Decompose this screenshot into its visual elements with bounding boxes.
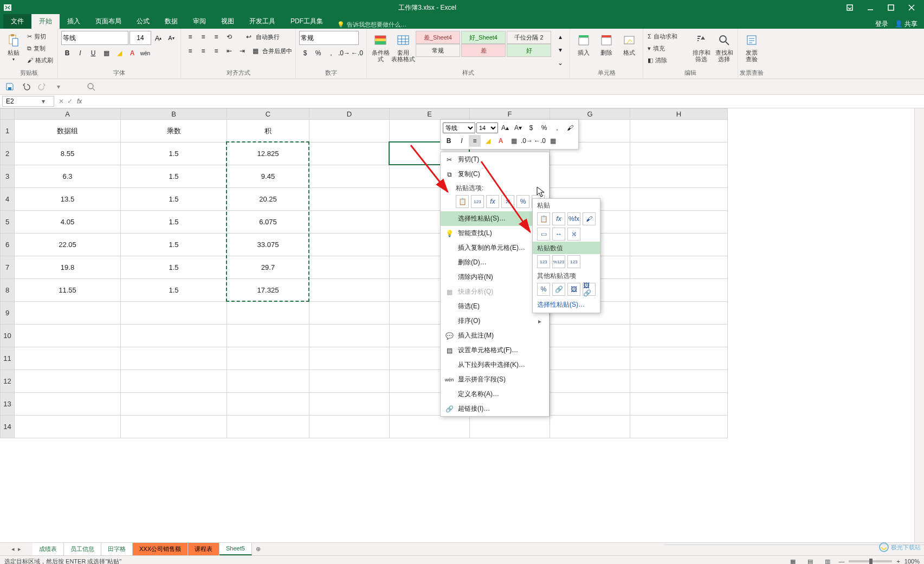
cell-B5[interactable]: 1.5	[121, 211, 227, 234]
align-bottom-button[interactable]: ≡	[210, 31, 222, 43]
cell-C6[interactable]: 33.075	[227, 234, 309, 256]
autosum-button[interactable]: Σ自动求和	[647, 31, 689, 42]
cell-B13[interactable]	[121, 393, 227, 416]
cell-D11[interactable]	[309, 347, 390, 370]
cell-B11[interactable]	[121, 347, 227, 370]
cell-styles-gallery[interactable]: 差_Sheet4 好_Sheet4 千位分隔 2 常规 差 好	[416, 31, 551, 56]
cell-A9[interactable]	[15, 302, 121, 325]
login-link[interactable]: 登录	[875, 20, 888, 29]
cell-C9[interactable]	[227, 302, 309, 325]
cell-B14[interactable]	[121, 416, 227, 438]
ctx-pick-from-list[interactable]: 从下拉列表中选择(K)…	[441, 358, 549, 372]
cell-H7[interactable]	[630, 256, 728, 279]
cell-D2[interactable]	[309, 142, 390, 165]
cell-D13[interactable]	[309, 393, 390, 416]
mini-decrease-font[interactable]: A▾	[512, 122, 524, 134]
ctx-hyperlink[interactable]: 🔗超链接(I)…	[441, 401, 549, 416]
align-right-button[interactable]: ≡	[210, 45, 222, 57]
cell-A10[interactable]	[15, 325, 121, 347]
cell-D5[interactable]	[309, 211, 390, 234]
cell-C3[interactable]: 9.45	[227, 165, 309, 188]
copy-button[interactable]: ⧉复制	[26, 43, 54, 54]
cell-C5[interactable]: 6.075	[227, 211, 309, 234]
decrease-indent-button[interactable]: ⇤	[223, 45, 235, 57]
style-normal[interactable]: 常规	[416, 44, 460, 57]
cell-F14[interactable]	[470, 416, 550, 438]
font-color-button[interactable]: A	[126, 47, 138, 59]
cell-C10[interactable]	[227, 325, 309, 347]
sub-paste-keep-col-width[interactable]: ↔	[552, 228, 565, 241]
style-bad[interactable]: 差	[461, 44, 506, 57]
cell-H1[interactable]	[630, 120, 728, 142]
cell-H6[interactable]	[630, 234, 728, 256]
ctx-copy[interactable]: ⧉复制(C)	[441, 167, 549, 181]
ctx-show-phonetic[interactable]: wén显示拼音字段(S)	[441, 372, 549, 387]
sub-paste-picture[interactable]: 🖼	[567, 283, 580, 296]
enter-formula-icon[interactable]: ✓	[67, 98, 73, 105]
decrease-font-button[interactable]: A▾	[165, 32, 177, 44]
cell-H2[interactable]	[630, 142, 728, 165]
cell-D8[interactable]	[309, 279, 390, 302]
sheet-nav-prev-icon[interactable]: ◂	[11, 546, 15, 553]
mini-decrease-decimal[interactable]: ←.0	[534, 135, 546, 147]
col-header-E[interactable]: E	[390, 109, 470, 120]
mini-font-name[interactable]: 等线	[443, 122, 475, 133]
name-box[interactable]: ▾	[2, 96, 54, 107]
underline-button[interactable]: U	[87, 47, 99, 59]
paste-option-formatting[interactable]: %	[516, 195, 529, 208]
sub-paste-formatting[interactable]: %	[537, 283, 550, 296]
sub-paste-keep-source-fmt[interactable]: 🖌	[583, 212, 596, 225]
cell-H14[interactable]	[630, 416, 728, 438]
tab-formulas[interactable]: 公式	[129, 14, 157, 29]
comma-format-button[interactable]: ,	[325, 47, 337, 59]
cell-A13[interactable]	[15, 393, 121, 416]
name-box-dropdown[interactable]: ▾	[42, 98, 45, 105]
cell-H10[interactable]	[630, 325, 728, 347]
cell-D1[interactable]	[309, 120, 390, 142]
sub-paste-formulas[interactable]: fx	[552, 212, 565, 225]
vertical-scrollbar[interactable]	[914, 108, 924, 542]
sub-paste-linked-picture[interactable]: 🖼🔗	[583, 283, 596, 296]
font-size-input[interactable]	[130, 31, 151, 45]
formula-input[interactable]	[85, 95, 924, 108]
col-header-G[interactable]: G	[550, 109, 630, 120]
cell-C12[interactable]	[227, 370, 309, 393]
sheet-tab-0[interactable]: 成绩表	[33, 543, 64, 555]
row-header-7[interactable]: 7	[1, 256, 15, 279]
cell-A1[interactable]: 数据组	[15, 120, 121, 142]
sub-paste-values[interactable]: 123	[537, 255, 550, 268]
mini-font-color[interactable]: A	[495, 135, 507, 147]
ctx-define-name[interactable]: 定义名称(A)…	[441, 387, 549, 401]
sheet-tab-4[interactable]: 课程表	[188, 543, 219, 555]
zoom-slider[interactable]	[849, 560, 892, 562]
mini-align-center[interactable]: ≡	[469, 135, 481, 147]
align-left-button[interactable]: ≡	[184, 45, 196, 57]
cell-B7[interactable]: 1.5	[121, 256, 227, 279]
qat-dropdown[interactable]: ▾	[53, 81, 64, 92]
row-header-11[interactable]: 11	[1, 347, 15, 370]
zoom-level[interactable]: 100%	[904, 558, 920, 564]
sheet-tab-2[interactable]: 田字格	[101, 543, 133, 555]
cell-D12[interactable]	[309, 370, 390, 393]
spreadsheet-grid[interactable]: ABCDEFGH1数据组乘数积28.551.512.82536.31.59.45…	[0, 108, 924, 542]
cell-A14[interactable]	[15, 416, 121, 438]
insert-cells-button[interactable]: 插入	[573, 31, 594, 69]
cancel-formula-icon[interactable]: ✕	[59, 98, 64, 105]
mini-fill-color[interactable]: ◢	[482, 135, 494, 147]
col-header-H[interactable]: H	[630, 109, 728, 120]
cell-H8[interactable]	[630, 279, 728, 302]
fill-color-button[interactable]: ◢	[113, 47, 125, 59]
gallery-scroll-down[interactable]: ▾	[554, 44, 566, 56]
gallery-expand[interactable]: ⌄	[554, 57, 566, 69]
cell-B12[interactable]	[121, 370, 227, 393]
save-button[interactable]	[4, 81, 15, 92]
sheet-nav[interactable]: ◂▸	[0, 546, 33, 553]
cell-B3[interactable]: 1.5	[121, 165, 227, 188]
new-sheet-button[interactable]: ⊕	[252, 546, 265, 553]
wrap-text-button[interactable]: ↩	[243, 31, 255, 43]
ctx-format-cells[interactable]: ▤设置单元格格式(F)…	[441, 343, 549, 358]
sub-paste-all[interactable]: 📋	[537, 212, 550, 225]
delete-cells-button[interactable]: 删除	[596, 31, 617, 69]
cell-H12[interactable]	[630, 370, 728, 393]
ctx-sort[interactable]: 排序(O)▸	[441, 314, 549, 328]
